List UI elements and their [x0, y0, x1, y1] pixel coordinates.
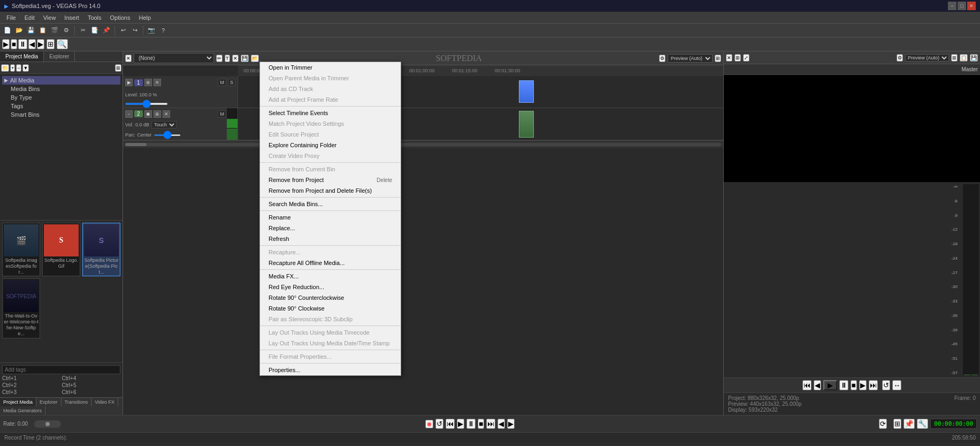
video-clip-1[interactable]: [519, 80, 534, 103]
cm-properties[interactable]: Properties...: [260, 365, 401, 375]
new-button[interactable]: 📄: [2, 25, 13, 36]
preview-close[interactable]: ✕: [125, 55, 132, 62]
cm-layout-datetime[interactable]: Lay Out Tracks Using Media Date/Time Sta…: [260, 338, 401, 349]
zoom-button[interactable]: 🔍: [57, 39, 68, 49]
prev-frame[interactable]: ◀: [28, 39, 36, 49]
track-level-slider-1[interactable]: [125, 103, 168, 105]
rate-slider[interactable]: [34, 420, 61, 428]
cm-recapture-all-offline[interactable]: Recapture All Offline Media...: [260, 258, 401, 268]
undo-button[interactable]: ↩: [118, 25, 128, 36]
preview-dropdown[interactable]: (None): [134, 53, 214, 63]
tab-mediagen-bottom[interactable]: Media Generators: [0, 406, 45, 415]
preview-expand[interactable]: ⤢: [743, 54, 749, 62]
track-solo-1[interactable]: S: [228, 79, 235, 86]
preview-save-btn[interactable]: 💾: [970, 54, 978, 62]
stop-transport-btn[interactable]: ■: [478, 419, 484, 429]
paste-button[interactable]: 📌: [101, 25, 112, 36]
close-button[interactable]: ✕: [967, 2, 976, 10]
menu-view[interactable]: View: [39, 13, 60, 22]
timeline-scrollbar[interactable]: [123, 140, 723, 148]
menu-insert[interactable]: Insert: [60, 13, 83, 22]
track-expand-2[interactable]: −: [125, 110, 133, 118]
preview-mode-dropdown[interactable]: Preview (Auto): [905, 54, 949, 62]
go-end-btn[interactable]: ⏭: [486, 419, 495, 429]
bin-all-media[interactable]: ▶ All Media: [2, 76, 120, 85]
maximize-button[interactable]: □: [958, 2, 966, 10]
tab-videofx-bottom[interactable]: Video FX: [91, 398, 118, 406]
menu-file[interactable]: File: [2, 13, 20, 22]
scroll-track[interactable]: [125, 143, 721, 146]
snap-button[interactable]: ⊞: [47, 39, 55, 49]
timeline-btn-a[interactable]: ⊞: [893, 419, 901, 429]
menu-options[interactable]: Options: [106, 13, 135, 22]
timeline-btn-c[interactable]: 🔧: [917, 419, 928, 429]
help-tb-button[interactable]: ?: [158, 25, 169, 36]
render-button[interactable]: 🎬: [49, 25, 60, 36]
save-button[interactable]: 💾: [26, 25, 36, 36]
media-item-2[interactable]: S Softpedia Logo.Gif: [42, 223, 80, 276]
preview-grid-btn[interactable]: ⊞: [951, 54, 958, 62]
cm-open-parent-trimmer[interactable]: Open Parent Media in Trimmer: [260, 73, 401, 84]
track-pan-slider[interactable]: [154, 134, 181, 136]
copy-button[interactable]: 📑: [89, 25, 100, 36]
cm-file-format-props[interactable]: File Format Properties...: [260, 351, 401, 362]
capture-button[interactable]: 📷: [146, 25, 157, 36]
cut-button[interactable]: ✂: [78, 25, 88, 36]
track-mute-2[interactable]: M: [218, 110, 226, 118]
next-btn[interactable]: ⏭: [869, 380, 878, 390]
delete-bin-button[interactable]: −: [16, 64, 21, 72]
track-settings-2[interactable]: ⊕: [154, 110, 161, 118]
bin-media-bins[interactable]: Media Bins: [2, 85, 120, 93]
play-button[interactable]: ▶: [2, 39, 10, 49]
timeline-btn-b[interactable]: 📌: [904, 419, 915, 429]
cm-replace[interactable]: Replace...: [260, 223, 401, 233]
media-options-button[interactable]: ▼: [22, 64, 29, 72]
cm-recapture[interactable]: Recapture...: [260, 247, 401, 258]
clear-btn[interactable]: ✕: [232, 55, 239, 62]
tab-explorer[interactable]: Explorer: [44, 51, 75, 62]
cm-remove-delete-files[interactable]: Remove from Project and Delete File(s): [260, 185, 401, 196]
edit-icon-btn[interactable]: ✏: [216, 55, 223, 62]
media-item-3[interactable]: S Softpedia Picture(Softpedia Pict...: [82, 223, 120, 276]
tab-transitions-bottom[interactable]: Transitions: [62, 398, 92, 406]
cm-rename[interactable]: Rename: [260, 212, 401, 223]
scroll-thumb[interactable]: [125, 143, 147, 146]
cm-search-media-bins[interactable]: Search Media Bins...: [260, 199, 401, 209]
preview-view-btn[interactable]: ⊞: [715, 55, 721, 62]
cm-layout-timecode[interactable]: Lay Out Tracks Using Media Timecode: [260, 327, 401, 338]
cm-pair-stereoscopic[interactable]: Pair as Stereoscopic 3D Subclip: [260, 314, 401, 324]
import-button[interactable]: 📁: [1, 64, 9, 72]
play-preview-btn[interactable]: ▶: [823, 380, 837, 390]
cm-remove-from-project[interactable]: Remove from Project Delete: [260, 175, 401, 185]
next-transport-btn[interactable]: ▶: [507, 419, 515, 429]
loop-transport-btn[interactable]: ↺: [435, 419, 443, 429]
prev-frame-btn[interactable]: ◀: [814, 380, 821, 390]
properties-button[interactable]: ⚙: [61, 25, 72, 36]
ab-btn[interactable]: ↔: [892, 380, 901, 390]
cm-refresh[interactable]: Refresh: [260, 233, 401, 244]
load-preset-btn[interactable]: 📂: [251, 55, 259, 62]
cm-match-video-settings[interactable]: Match Project Video Settings: [260, 118, 401, 129]
view-toggle-button[interactable]: ⊞: [115, 64, 121, 72]
bin-smart-bins[interactable]: Smart Bins: [2, 110, 120, 119]
new-bin-button[interactable]: +: [10, 64, 15, 72]
track-arm-2[interactable]: ⏺: [144, 110, 152, 118]
next-frame[interactable]: ▶: [37, 39, 44, 49]
audio-clip-1[interactable]: [519, 111, 534, 138]
pause-preview-btn[interactable]: ⏸: [839, 380, 848, 390]
cm-media-fx[interactable]: Media FX...: [260, 271, 401, 282]
media-item-1[interactable]: 🎬 Softpedia imagesSoftpedia for...: [2, 223, 40, 276]
track-settings-1[interactable]: ⊕: [144, 79, 152, 86]
cm-open-trimmer[interactable]: Open in Trimmer: [260, 62, 401, 73]
go-start-btn[interactable]: ⏮: [446, 419, 455, 429]
track-mute-1[interactable]: M: [218, 79, 226, 86]
stop-preview-btn[interactable]: ■: [851, 380, 857, 390]
pause-button[interactable]: ⏸: [18, 39, 27, 49]
menu-edit[interactable]: Edit: [20, 13, 39, 22]
cm-add-project-framerate[interactable]: Add at Project Frame Rate: [260, 94, 401, 105]
preview-snap[interactable]: ⊞: [734, 54, 741, 62]
cm-rotate-ccw[interactable]: Rotate 90° Counterclockwise: [260, 292, 401, 303]
tab-explorer-bottom[interactable]: Explorer: [36, 398, 62, 406]
bin-by-type[interactable]: By Type: [2, 93, 120, 102]
preview-quality-dropdown[interactable]: Preview (Auto): [668, 54, 713, 63]
